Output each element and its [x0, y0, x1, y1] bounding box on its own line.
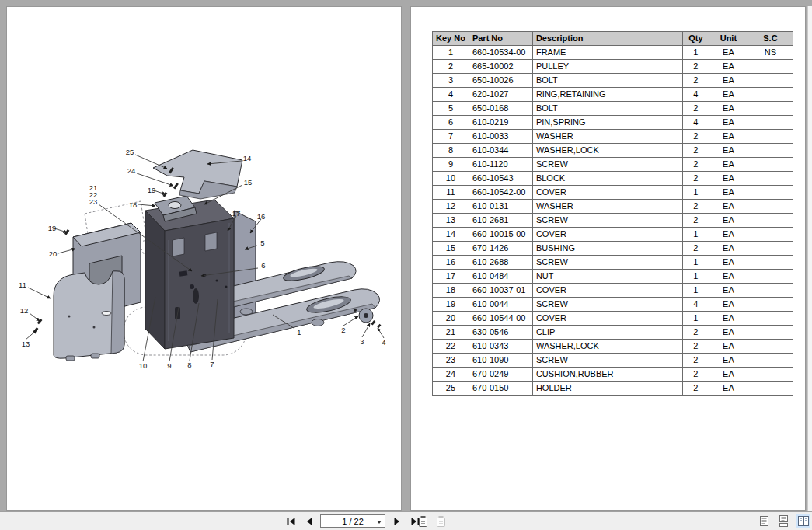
first-page-button[interactable] — [284, 514, 297, 528]
table-row: 12610-0131WASHER2EA — [433, 200, 793, 214]
table-cell: 2 — [682, 354, 709, 368]
next-view-button[interactable] — [434, 514, 447, 528]
table-cell: 2 — [682, 144, 709, 158]
table-row: 16610-2688SCREW1EA — [433, 256, 793, 270]
table-cell: 2 — [682, 382, 709, 396]
table-cell: 2 — [682, 130, 709, 144]
table-cell: NUT — [532, 270, 682, 284]
callout-label: 14 — [243, 154, 252, 162]
table-row: 6610-0219PIN,SPRING4EA — [433, 116, 793, 130]
table-cell — [748, 382, 793, 396]
table-cell: 630-0546 — [469, 326, 532, 340]
view-mode-group — [757, 514, 810, 528]
table-cell: 2 — [682, 158, 709, 172]
table-row: 9610-1120SCREW2EA — [433, 158, 793, 172]
single-page-view-icon — [759, 515, 769, 527]
table-cell: EA — [709, 102, 748, 116]
page-left: 2514241915212223181716195206111213123410… — [6, 6, 402, 511]
table-cell — [748, 256, 793, 270]
parts-table-header-row: Key NoPart NoDescriptionQtyUnitS.C — [433, 32, 793, 46]
table-row: 3650-10026BOLT2EA — [433, 74, 793, 88]
table-cell: 12 — [433, 200, 469, 214]
table-cell: EA — [709, 88, 748, 102]
table-cell: HOLDER — [532, 382, 682, 396]
callout-leader-line — [28, 288, 51, 298]
continuous-view-button[interactable] — [776, 514, 791, 528]
table-cell: 1 — [433, 46, 469, 60]
table-cell: 13 — [433, 214, 469, 228]
table-cell: WASHER,LOCK — [532, 340, 682, 354]
table-cell: 5 — [433, 102, 469, 116]
table-cell: 610-0484 — [469, 270, 532, 284]
table-cell: WASHER — [532, 130, 682, 144]
callout-leader-line — [343, 316, 358, 326]
table-row: 22610-0343WASHER,LOCK2EA — [433, 340, 793, 354]
table-row: 21630-0546CLIP2EA — [433, 326, 793, 340]
dropdown-caret-icon[interactable] — [377, 521, 382, 524]
page-right: Key NoPart NoDescriptionQtyUnitS.C 1660-… — [410, 6, 806, 511]
table-row: 1660-10534-00FRAME1EANS — [433, 46, 793, 60]
table-cell: 2 — [682, 340, 709, 354]
vertical-scrollbar[interactable] — [807, 6, 812, 511]
table-cell: 21 — [433, 326, 469, 340]
callout-leader-line — [135, 155, 167, 169]
parts-table: Key NoPart NoDescriptionQtyUnitS.C 1660-… — [432, 31, 793, 396]
table-row: 14660-10015-00COVER1EA — [433, 228, 793, 242]
page-indicator: 1 / 22 — [342, 517, 364, 526]
table-cell: 15 — [433, 242, 469, 256]
table-cell: 4 — [682, 116, 709, 130]
table-cell: 8 — [433, 144, 469, 158]
callout-label: 20 — [49, 249, 58, 258]
table-cell — [748, 116, 793, 130]
table-cell — [748, 312, 793, 326]
table-cell: EA — [709, 144, 748, 158]
table-cell: BOLT — [532, 74, 682, 88]
table-cell: EA — [709, 214, 748, 228]
table-cell: SCREW — [532, 298, 682, 312]
table-cell: SCREW — [532, 158, 682, 172]
table-cell: 610-0343 — [469, 340, 532, 354]
table-cell: SCREW — [532, 214, 682, 228]
table-cell — [748, 242, 793, 256]
callout-label: 3 — [360, 337, 364, 346]
callout-leader-line — [26, 330, 37, 340]
previous-page-button[interactable] — [302, 514, 315, 528]
table-cell: 23 — [433, 354, 469, 368]
table-cell: 1 — [682, 284, 709, 298]
table-cell: COVER — [532, 228, 682, 242]
next-page-button[interactable] — [391, 514, 403, 528]
table-row: 24670-0249CUSHION,RUBBER2EA — [433, 368, 793, 382]
table-cell: SCREW — [532, 256, 682, 270]
table-row: 13610-2681SCREW2EA — [433, 214, 793, 228]
table-cell: 7 — [433, 130, 469, 144]
table-cell: COVER — [532, 312, 682, 326]
table-row: 4620-1027RING,RETAINING4EA — [433, 88, 793, 102]
table-row: 15670-1426BUSHING2EA — [433, 242, 793, 256]
table-cell: 17 — [433, 270, 469, 284]
table-cell: 24 — [433, 368, 469, 382]
callout-label: 10 — [139, 361, 148, 370]
previous-page-icon — [305, 517, 313, 526]
table-cell: 4 — [433, 88, 469, 102]
page-navigation: 1 / 22 — [284, 514, 421, 528]
viewer-toolbar: 1 / 22 — [0, 511, 812, 530]
facing-pages-view-button[interactable] — [796, 514, 810, 528]
table-cell — [748, 340, 793, 354]
table-cell: EA — [709, 172, 748, 186]
callout-label: 19 — [48, 224, 57, 232]
table-cell: SCREW — [532, 354, 682, 368]
table-cell — [748, 158, 793, 172]
table-cell: EA — [709, 130, 748, 144]
previous-view-button[interactable] — [416, 514, 429, 528]
table-cell: 18 — [433, 284, 469, 298]
page-number-input[interactable]: 1 / 22 — [320, 514, 385, 528]
table-row: 25670-0150HOLDER2EA — [433, 382, 793, 396]
callout-label: 8 — [187, 361, 191, 369]
table-cell: PIN,SPRING — [532, 116, 682, 130]
single-page-view-button[interactable] — [757, 514, 772, 528]
table-cell: 2 — [682, 102, 709, 116]
table-cell: 1 — [682, 228, 709, 242]
table-cell: EA — [709, 270, 748, 284]
table-row: 11660-10542-00COVER1EA — [433, 186, 793, 200]
table-cell: EA — [709, 312, 748, 326]
